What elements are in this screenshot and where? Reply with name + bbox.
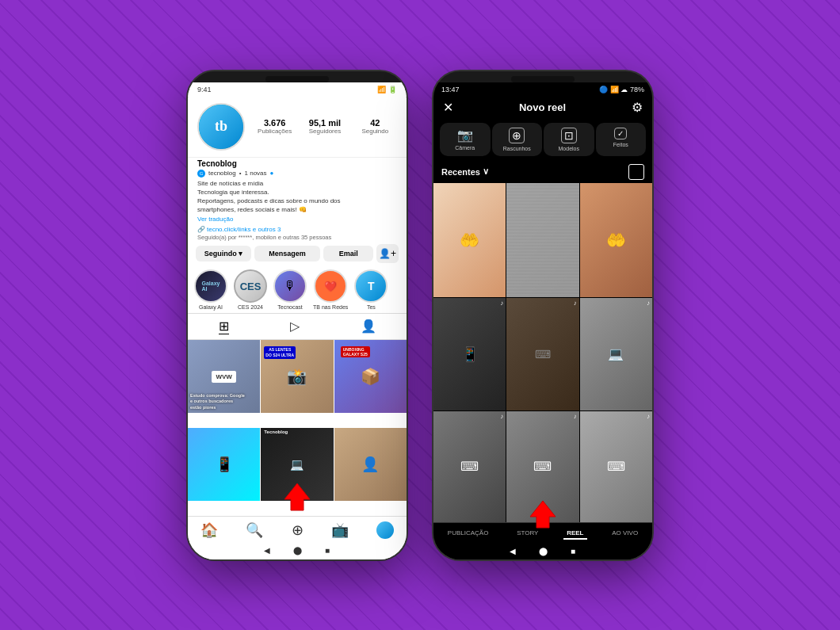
layout-icon[interactable] <box>628 164 644 180</box>
phone-notch-2 <box>511 76 575 82</box>
media-cell-3[interactable]: 🤲 <box>580 183 652 297</box>
svg-marker-1 <box>530 501 556 528</box>
story-circle-tb: ❤️ <box>314 269 347 303</box>
media-cell-9[interactable]: ⌨ ♪ <box>580 411 652 521</box>
filter-text: Recentes <box>441 167 480 177</box>
profile-name: Tecnoblog <box>188 158 407 170</box>
settings-icon[interactable]: ⚙ <box>632 100 643 115</box>
tab-publicacao[interactable]: PUBLICAÇÃO <box>445 528 492 540</box>
story-item-galaxy[interactable]: GalaxyAI Galaxy AI <box>194 269 227 310</box>
story-item-tb[interactable]: ❤️ TB nas Redes <box>313 269 348 310</box>
story-item-tes[interactable]: T Tes <box>354 269 388 310</box>
recents-button-2[interactable]: ■ <box>567 546 578 557</box>
media-cell-2[interactable] <box>506 183 578 297</box>
profile-bio: Site de notícias e mídia Tecnologia que … <box>188 178 407 226</box>
music-note-7: ♪ <box>500 413 503 420</box>
action-cards-row: 📷 Câmera ⊕ Rascunhos ⊡ Modelos ✓ Feitos <box>433 118 652 161</box>
music-note-6: ♪ <box>647 300 650 307</box>
profile-meta: G tecnoblog • 1 novas ● <box>188 170 407 178</box>
camera-card[interactable]: 📷 Câmera <box>440 123 491 156</box>
search-icon[interactable]: 🔍 <box>246 521 263 539</box>
bio-line1: Tecnologia que interessa. <box>197 188 397 197</box>
story-circle-ces: CES <box>234 269 267 303</box>
story-item-tecnocast[interactable]: 🎙 Tecnocast <box>273 269 307 310</box>
media-cell-6[interactable]: 💻 ♪ <box>580 298 652 410</box>
followers-count: 95,1 mil <box>309 118 341 128</box>
music-note-9: ♪ <box>647 413 650 420</box>
drafts-label: Rascunhos <box>503 146 531 151</box>
status-time-2: 13:47 <box>441 86 460 94</box>
story-label-galaxy: Galaxy AI <box>199 304 223 310</box>
unboxing-badge: UNBOXINGGALAXY S25 <box>341 346 370 357</box>
profile-header: tb 3.676 Publicações 95,1 mil Seguidores… <box>188 97 407 158</box>
add-contact-button[interactable]: 👤+ <box>376 244 399 263</box>
story-circle-tes: T <box>354 269 388 303</box>
home-icon[interactable]: 🏠 <box>200 521 218 539</box>
story-item-ces[interactable]: CES CES 2024 <box>234 269 267 310</box>
avatar: tb <box>197 103 245 151</box>
camera-label: Câmera <box>455 145 475 151</box>
bottom-nav: 🏠 🔍 ⊕ 📺 <box>188 516 407 540</box>
phone-notch-1 <box>265 76 329 82</box>
stat-following: 42 Seguindo <box>353 118 397 135</box>
email-button[interactable]: Email <box>323 246 373 262</box>
drafts-card[interactable]: ⊕ Rascunhos <box>492 123 543 156</box>
dot-sep: • <box>239 170 242 177</box>
following-label: Seguindo <box>204 250 237 258</box>
media-cell-7[interactable]: ⌨ ♪ <box>433 411 506 521</box>
create-icon[interactable]: ⊕ <box>292 521 304 539</box>
following-button[interactable]: Seguindo ▾ <box>196 246 251 262</box>
phone-2: 13:47 🔵 📶 ☁ 78% ✕ Novo reel ⚙ 📷 Câmera ⊕… <box>432 70 654 561</box>
back-button-2[interactable]: ◀ <box>507 546 518 557</box>
profile-link[interactable]: 🔗 tecno.click/links e outros 3 <box>188 225 407 234</box>
sys-nav-2: ◀ ⬤ ■ <box>433 543 652 559</box>
see-translation[interactable]: Ver tradução <box>197 215 397 223</box>
bio-line3: smartphones, redes sociais e mais! 👊 <box>197 205 397 214</box>
action-buttons: Seguindo ▾ Mensagem Email 👤+ <box>188 241 407 266</box>
story-circle-galaxy: GalaxyAI <box>194 269 227 303</box>
tagged-tab[interactable]: 👤 <box>361 319 376 334</box>
link-icon: 🔗 <box>197 226 205 233</box>
feitos-card[interactable]: ✓ Feitos <box>596 123 647 156</box>
reels-tab[interactable]: ▷ <box>290 319 300 334</box>
grid-cell-2[interactable]: AS LENTESDO S24 ULTRA 📸 <box>261 340 333 412</box>
story-label-tecnocast: Tecnocast <box>277 304 303 310</box>
stat-posts: 3.676 Publicações <box>253 118 296 135</box>
nav-avatar[interactable] <box>376 521 394 539</box>
status-time-1: 9:41 <box>197 86 212 94</box>
blue-dot: ● <box>270 170 274 177</box>
tab-reel[interactable]: REEL <box>563 528 586 540</box>
username: tecnoblog <box>208 170 236 177</box>
drafts-icon: ⊕ <box>509 128 525 143</box>
chevron-down-icon: ▾ <box>239 250 242 258</box>
recents-button[interactable]: ■ <box>322 545 333 556</box>
recentes-filter[interactable]: Recentes ∨ <box>441 166 489 177</box>
reels-icon[interactable]: 📺 <box>331 521 349 539</box>
chevron-down-icon: ∨ <box>483 166 489 177</box>
story-label-tb: TB nas Redes <box>313 304 348 310</box>
back-button[interactable]: ◀ <box>262 545 273 556</box>
grid-cell-3[interactable]: UNBOXINGGALAXY S25 📦 <box>334 340 407 412</box>
music-note-4: ♪ <box>500 300 503 307</box>
posts-label: Publicações <box>258 128 292 135</box>
posts-count: 3.676 <box>264 118 286 128</box>
home-button-2[interactable]: ⬤ <box>537 546 548 557</box>
message-button[interactable]: Mensagem <box>254 246 321 262</box>
media-cell-5[interactable]: ⌨ ♪ <box>506 298 578 410</box>
tab-bar: ⊞ ▷ 👤 <box>188 313 407 340</box>
new-label: 1 novas <box>245 170 267 177</box>
media-cell-4[interactable]: 📱 ♪ <box>433 298 506 410</box>
media-cell-1[interactable]: 🤲 <box>433 183 506 297</box>
grid-cell-1[interactable]: WVW Estudo comprova: Googlee outros busc… <box>188 340 260 412</box>
grid-cell-4[interactable]: 📱 <box>188 428 260 500</box>
close-icon[interactable]: ✕ <box>443 100 453 115</box>
grid-tab[interactable]: ⊞ <box>219 319 229 334</box>
grid-cell-6[interactable]: 👤 <box>334 428 407 500</box>
status-bar-2: 13:47 🔵 📶 ☁ 78% <box>433 82 652 97</box>
models-card[interactable]: ⊡ Modelos <box>544 123 594 156</box>
stat-followers: 95,1 mil Seguidores <box>303 118 346 135</box>
tab-ao-vivo[interactable]: AO VIVO <box>609 528 641 540</box>
home-button[interactable]: ⬤ <box>292 545 303 556</box>
stories-row: GalaxyAI Galaxy AI CES CES 2024 🎙 Tecnoc… <box>188 266 407 313</box>
story-label-tes: Tes <box>367 304 376 310</box>
